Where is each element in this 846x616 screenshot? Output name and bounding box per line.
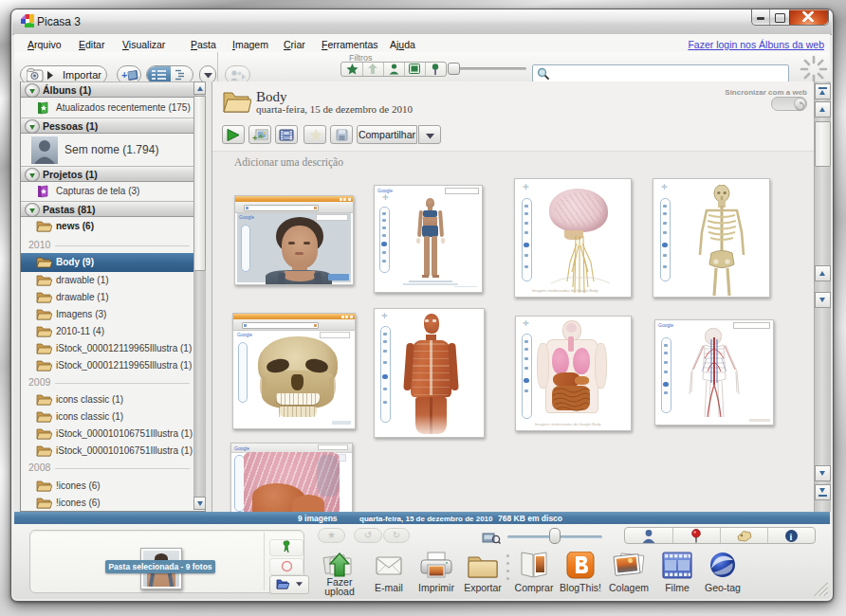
svg-text:2005: 2005 (284, 136, 293, 140)
svg-text:+: + (252, 134, 257, 142)
svg-text:+: + (121, 69, 127, 81)
svg-text:i: i (789, 532, 792, 542)
